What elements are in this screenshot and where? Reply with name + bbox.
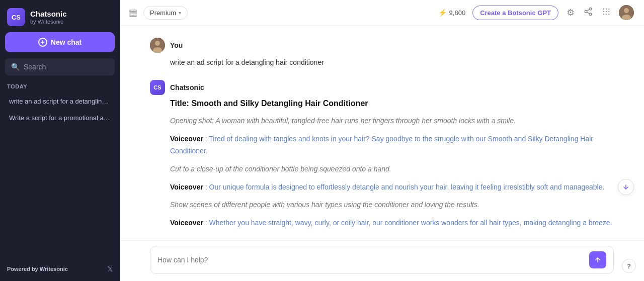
- powered-by: Powered by Writesonic: [7, 266, 68, 272]
- new-chat-button[interactable]: + New chat: [5, 32, 115, 52]
- user-avatar[interactable]: [619, 5, 634, 20]
- italic-text-1: Opening shot: A woman with beautiful, ta…: [170, 117, 516, 125]
- svg-line-4: [587, 9, 589, 11]
- svg-point-12: [606, 14, 607, 15]
- bot-avatar-icon: CS: [150, 80, 165, 95]
- svg-point-5: [603, 8, 604, 9]
- para-5: Show scenes of different people with var…: [170, 199, 614, 211]
- chat-input[interactable]: [157, 256, 584, 264]
- bot-message-header: CS Chatsonic: [150, 80, 614, 95]
- chevron-down-icon: ▾: [179, 10, 181, 16]
- svg-point-15: [624, 8, 629, 13]
- sidebar-footer: Powered by Writesonic 𝕏: [5, 261, 115, 275]
- user-message-block: You write an ad script for a detangling …: [150, 38, 614, 68]
- main-panel: ▤ Premium ▾ ⚡ 9,800 Create a Botsonic GP…: [120, 0, 644, 281]
- bot-message-content: Title: Smooth and Silky Detangling Hair …: [170, 99, 614, 229]
- chat-item-2[interactable]: Write a script for a promotional adver..…: [5, 110, 115, 126]
- brand-sub: by Writesonic: [30, 19, 67, 25]
- svg-point-8: [603, 11, 604, 12]
- user-message-content: write an ad script for a detangling hair…: [170, 57, 614, 68]
- svg-point-7: [608, 8, 609, 9]
- svg-point-10: [608, 11, 609, 12]
- user-avatar-icon: [150, 38, 165, 53]
- sidebar-brand: Chatsonic by Writesonic: [30, 10, 67, 25]
- svg-line-3: [587, 12, 589, 14]
- topbar: ▤ Premium ▾ ⚡ 9,800 Create a Botsonic GP…: [120, 0, 644, 26]
- voiceover-text-1: : Tired of dealing with tangles and knot…: [170, 135, 593, 155]
- input-bar: [120, 240, 644, 281]
- voiceover-text-3: : Whether you have straight, wavy, curly…: [205, 219, 612, 227]
- para-4: Voiceover : Our unique formula is design…: [170, 181, 614, 194]
- italic-text-2: Cut to a close-up of the conditioner bot…: [170, 165, 391, 173]
- voiceover-label-3: Voiceover: [170, 219, 203, 227]
- new-chat-label: New chat: [51, 38, 82, 46]
- brand-name: Chatsonic: [30, 10, 67, 19]
- svg-point-11: [603, 14, 604, 15]
- credits-display: ⚡ 9,800: [438, 9, 466, 17]
- svg-point-13: [608, 14, 609, 15]
- send-button[interactable]: [589, 251, 606, 268]
- search-label: Search: [24, 63, 46, 71]
- user-message-header: You: [150, 38, 614, 53]
- response-title: Title: Smooth and Silky Detangling Hair …: [170, 99, 614, 108]
- sidebar-header: CS Chatsonic by Writesonic: [5, 6, 115, 32]
- help-button[interactable]: ?: [622, 259, 636, 273]
- para-1: Opening shot: A woman with beautiful, ta…: [170, 115, 614, 127]
- gear-icon[interactable]: ⚙: [566, 6, 576, 19]
- input-wrapper: [150, 246, 614, 274]
- search-icon: 🔍: [11, 63, 20, 71]
- user-name: You: [170, 41, 183, 49]
- bot-message-block: CS Chatsonic Title: Smooth and Silky Det…: [150, 80, 614, 229]
- para-6: Voiceover : Whether you have straight, w…: [170, 217, 614, 229]
- topbar-left: ▤ Premium ▾: [128, 6, 188, 20]
- credits-value: 9,800: [449, 9, 466, 17]
- chat-area: You write an ad script for a detangling …: [120, 26, 644, 240]
- scroll-down-button[interactable]: [618, 179, 634, 195]
- grid-icon[interactable]: [601, 6, 612, 20]
- plan-label: Premium: [150, 9, 176, 17]
- twitter-icon[interactable]: 𝕏: [107, 265, 113, 273]
- voiceover-label-2: Voiceover: [170, 183, 203, 191]
- bolt-icon: ⚡: [438, 9, 447, 17]
- share-icon[interactable]: [583, 6, 594, 20]
- voiceover-label-1: Voiceover: [170, 135, 203, 143]
- cs-logo: CS: [7, 8, 25, 26]
- para-2: Voiceover : Tired of dealing with tangle…: [170, 133, 614, 157]
- plus-icon: +: [38, 38, 47, 47]
- voiceover-text-2: : Our unique formula is designed to effo…: [205, 183, 605, 191]
- italic-text-3: Show scenes of different people with var…: [170, 201, 479, 209]
- svg-point-18: [155, 41, 160, 46]
- sidebar-toggle-icon[interactable]: ▤: [128, 6, 138, 19]
- svg-point-9: [606, 11, 607, 12]
- chat-item-1[interactable]: write an ad script for a detangling hai.…: [5, 93, 115, 109]
- user-text: write an ad script for a detangling hair…: [170, 57, 614, 68]
- bot-name: Chatsonic: [170, 83, 204, 91]
- today-label: TODAY: [5, 83, 115, 89]
- create-gpt-button[interactable]: Create a Botsonic GPT: [472, 6, 558, 20]
- para-3: Cut to a close-up of the conditioner bot…: [170, 163, 614, 175]
- svg-point-6: [606, 8, 607, 9]
- search-bar[interactable]: 🔍 Search: [5, 58, 115, 75]
- topbar-right: ⚡ 9,800 Create a Botsonic GPT ⚙: [438, 5, 634, 20]
- plan-badge[interactable]: Premium ▾: [143, 6, 188, 20]
- sidebar: CS Chatsonic by Writesonic + New chat 🔍 …: [0, 0, 120, 281]
